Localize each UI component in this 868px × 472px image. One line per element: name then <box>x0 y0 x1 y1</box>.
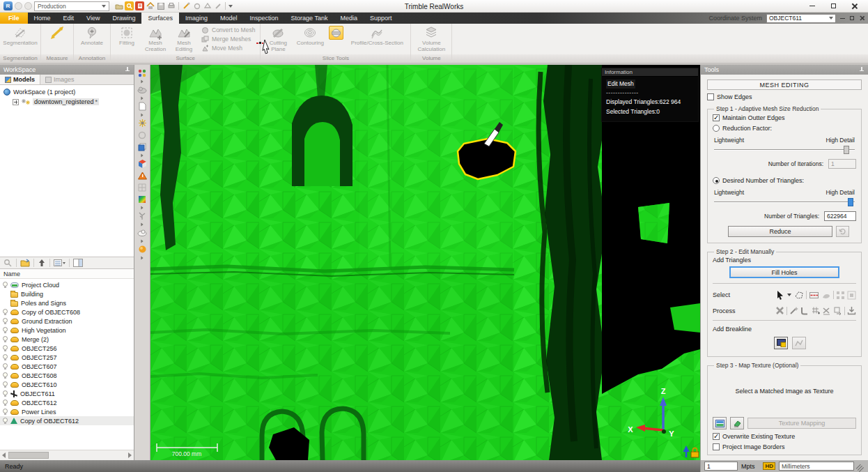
minimize-button[interactable] <box>802 1 823 12</box>
list-item[interactable]: OBJECT608 <box>0 371 134 380</box>
tools-wrench-icon[interactable] <box>182 1 191 10</box>
tab-imaging[interactable]: Imaging <box>179 13 214 24</box>
list-item-selected[interactable]: Copy of OBJECT612 <box>0 416 134 425</box>
view-mode-icon[interactable] <box>54 259 65 267</box>
magic-wand-icon[interactable] <box>789 306 798 315</box>
visibility-bulb-icon[interactable] <box>3 282 8 289</box>
triangles-slider[interactable] <box>713 197 856 207</box>
desired-triangles-option[interactable]: Desired Number of Triangles: <box>713 177 856 184</box>
station-display-button[interactable] <box>136 117 149 129</box>
tab-drawing[interactable]: Drawing <box>106 13 141 24</box>
visibility-bulb-icon[interactable] <box>3 318 8 325</box>
flyout-arrow-icon[interactable] <box>141 222 143 226</box>
mdi-minimize-button[interactable] <box>840 18 845 19</box>
layer-display-button[interactable] <box>136 141 149 153</box>
segmentation-button[interactable]: Segmentation <box>2 24 38 54</box>
reduction-factor-slider[interactable] <box>713 145 856 155</box>
grid-display-button[interactable] <box>136 181 149 193</box>
select-image-button[interactable] <box>713 417 727 429</box>
limit-box-icon[interactable] <box>203 1 212 10</box>
tree-filter-button[interactable] <box>136 210 149 222</box>
flyout-arrow-icon[interactable] <box>141 113 143 116</box>
texture-mapping-button[interactable]: Texture Mapping <box>747 418 856 429</box>
list-item[interactable]: OBJECT611 <box>0 389 134 398</box>
tab-storage-tank[interactable]: Storage Tank <box>285 13 334 24</box>
draw-breakline-button[interactable] <box>774 337 788 349</box>
visibility-bulb-icon[interactable] <box>3 372 8 379</box>
mdi-restore-button[interactable] <box>850 16 854 20</box>
pin-icon[interactable] <box>125 67 130 73</box>
tab-support[interactable]: Support <box>364 13 398 24</box>
iterations-input[interactable]: 1 <box>828 159 856 169</box>
checkbox-unchecked-icon[interactable] <box>707 93 714 100</box>
search-filter-icon[interactable] <box>3 259 13 268</box>
mesh-editing-button[interactable]: Mesh Editing <box>170 24 198 54</box>
delete-triangles-icon[interactable] <box>775 306 784 315</box>
profile-cross-section-button[interactable]: Profile/Cross-Section <box>346 24 408 54</box>
up-level-icon[interactable] <box>38 259 46 267</box>
list-item[interactable]: OBJECT610 <box>0 380 134 389</box>
measure-button[interactable] <box>43 24 71 54</box>
tree-project-item[interactable]: downtown_registered* <box>0 97 134 107</box>
maintain-outer-edges-option[interactable]: Maintain Outter Edges <box>713 114 856 121</box>
print-icon[interactable] <box>166 1 176 10</box>
undo-reduce-button[interactable] <box>836 226 849 237</box>
merge-meshes-button[interactable]: Merge Meshes <box>201 35 255 43</box>
visibility-bulb-icon[interactable] <box>3 309 8 316</box>
profile-select[interactable]: Production <box>34 1 109 11</box>
tab-model[interactable]: Model <box>214 13 244 24</box>
list-item[interactable]: Poles and Signs <box>0 298 134 307</box>
visibility-bulb-icon[interactable] <box>3 336 8 343</box>
horizontal-scrollbar[interactable] <box>0 450 134 460</box>
flyout-arrow-icon[interactable] <box>141 256 143 259</box>
close-button[interactable] <box>844 1 865 12</box>
tab-surfaces[interactable]: Surfaces <box>141 13 179 24</box>
maximize-button[interactable] <box>823 1 844 12</box>
qat-overflow-icon[interactable] <box>228 5 233 8</box>
smooth-mesh-icon[interactable] <box>800 306 809 315</box>
app-logo-icon[interactable]: R <box>3 1 13 10</box>
flyout-arrow-icon[interactable] <box>141 206 143 209</box>
circle-tool-button[interactable] <box>136 129 149 141</box>
export-mesh-icon[interactable] <box>847 306 856 315</box>
list-item[interactable]: OBJECT257 <box>0 353 134 362</box>
shrink-selection-icon[interactable] <box>847 291 856 300</box>
mesh-viewport-canvas[interactable]: 700.00 mm Z X Y <box>150 65 700 460</box>
tab-media[interactable]: Media <box>334 13 364 24</box>
target-icon[interactable] <box>192 1 201 10</box>
units-select[interactable]: Millimeters <box>779 462 854 471</box>
tab-view[interactable]: View <box>80 13 106 24</box>
scroll-right-icon[interactable] <box>128 452 132 458</box>
visibility-bulb-icon[interactable] <box>3 327 8 334</box>
pin-icon[interactable] <box>859 67 865 73</box>
radio-selected-icon[interactable] <box>713 177 720 184</box>
list-item[interactable]: OBJECT612 <box>0 398 134 407</box>
list-item[interactable]: Power Lines <box>0 407 134 416</box>
visibility-bulb-icon[interactable] <box>3 345 8 352</box>
visibility-bulb-icon[interactable] <box>3 363 8 370</box>
list-item[interactable]: Building <box>0 289 134 298</box>
autosave-icon[interactable] <box>135 1 144 10</box>
tab-images[interactable]: Images <box>40 75 79 84</box>
show-edges-option[interactable]: Show Edges <box>707 93 862 100</box>
scroll-left-icon[interactable] <box>2 452 6 458</box>
resize-grip-icon[interactable] <box>858 463 865 470</box>
list-item[interactable]: Merge (2) <box>0 335 134 344</box>
visibility-bulb-icon[interactable] <box>3 354 8 361</box>
cloud-density-button[interactable] <box>136 227 149 238</box>
display-options-button[interactable] <box>136 67 149 79</box>
list-item[interactable]: Copy of OBJECT608 <box>0 307 134 317</box>
contouring-button[interactable]: Contouring <box>294 24 326 54</box>
mdi-close-button[interactable] <box>860 16 864 20</box>
fitting-button[interactable]: Fitting <box>113 24 141 54</box>
undo-icon[interactable] <box>15 2 22 10</box>
brush-select-icon[interactable] <box>821 290 831 300</box>
visibility-bulb-icon[interactable] <box>3 418 8 425</box>
cursor-select-icon[interactable] <box>775 290 785 300</box>
flyout-arrow-icon[interactable] <box>141 153 143 157</box>
radio-unselected-icon[interactable] <box>713 125 720 132</box>
mesh-creation-button[interactable]: Mesh Creation <box>141 24 169 54</box>
fence-select-icon[interactable] <box>809 290 819 300</box>
color-scale-button[interactable] <box>136 193 149 205</box>
slider-thumb[interactable] <box>844 146 849 154</box>
